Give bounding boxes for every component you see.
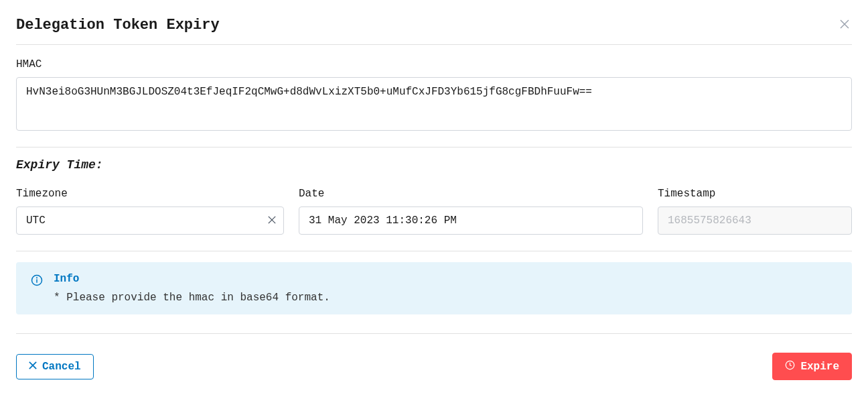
timestamp-input — [658, 206, 852, 235]
hmac-label: HMAC — [16, 58, 852, 70]
close-icon — [840, 18, 849, 32]
cancel-label: Cancel — [42, 361, 81, 372]
clear-icon — [268, 215, 276, 226]
hmac-input[interactable]: HvN3ei8oG3HUnM3BGJLDOSZ04t3EfJeqIF2qCMwG… — [16, 77, 852, 131]
timezone-clear-button[interactable] — [264, 211, 280, 230]
info-icon — [31, 274, 43, 290]
expire-button[interactable]: Expire — [772, 353, 852, 380]
dialog-title: Delegation Token Expiry — [16, 17, 220, 34]
info-title: Info — [54, 273, 330, 285]
info-text: * Please provide the hmac in base64 form… — [54, 292, 330, 304]
cancel-button[interactable]: Cancel — [16, 354, 94, 379]
timezone-input[interactable] — [16, 206, 284, 235]
divider — [16, 147, 852, 148]
expiry-heading: Expiry Time: — [16, 158, 852, 172]
date-label: Date — [299, 188, 643, 200]
hmac-section: HMAC HvN3ei8oG3HUnM3BGJLDOSZ04t3EfJeqIF2… — [16, 58, 852, 131]
close-icon — [29, 361, 37, 372]
info-box: Info * Please provide the hmac in base64… — [16, 262, 852, 314]
close-button[interactable] — [837, 16, 852, 34]
clock-icon — [785, 360, 795, 373]
expire-label: Expire — [800, 361, 839, 372]
divider — [16, 251, 852, 251]
timestamp-label: Timestamp — [658, 188, 852, 200]
svg-point-6 — [37, 278, 38, 278]
timezone-label: Timezone — [16, 188, 284, 200]
date-input[interactable] — [299, 206, 643, 235]
